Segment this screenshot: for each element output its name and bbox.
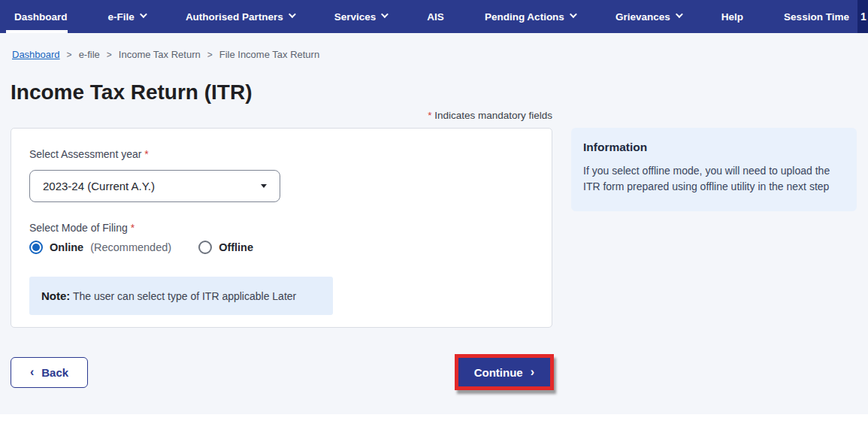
chevron-down-icon <box>570 11 577 18</box>
online-label: Online <box>50 241 83 253</box>
dropdown-caret-icon <box>261 184 267 188</box>
breadcrumb-e-file[interactable]: e-file <box>79 49 100 60</box>
required-asterisk: * <box>144 148 148 160</box>
note-prefix: Note: <box>41 289 70 302</box>
breadcrumb-separator: > <box>107 50 112 60</box>
assessment-year-value: 2023-24 (Current A.Y.) <box>43 180 155 192</box>
nav-item-label: AIS <box>427 11 444 23</box>
breadcrumb-file-income-tax-return: File Income Tax Return <box>219 49 319 60</box>
assessment-year-label: Select Assessment year * <box>29 148 534 160</box>
radio-offline[interactable]: Offline <box>198 241 253 254</box>
note-text: The user can select type of ITR applicab… <box>73 290 296 302</box>
required-asterisk: * <box>131 222 135 234</box>
offline-label: Offline <box>219 241 253 253</box>
nav-item-label: Help <box>721 11 743 23</box>
chevron-right-icon: › <box>531 366 534 378</box>
mode-of-filing-label: Select Mode of Filing * <box>29 222 534 234</box>
nav-item-label: Pending Actions <box>485 11 564 23</box>
page-title: Income Tax Return (ITR) <box>11 80 868 104</box>
information-body: If you select offline mode, you will nee… <box>583 163 845 195</box>
chevron-down-icon <box>140 11 147 18</box>
back-button-label: Back <box>41 366 68 379</box>
back-button[interactable]: ‹ Back <box>11 357 88 388</box>
bottom-strip <box>0 414 868 424</box>
breadcrumb: Dashboard > e-file > Income Tax Return >… <box>0 33 868 60</box>
chevron-down-icon <box>381 11 389 18</box>
mandatory-hint-text: Indicates mandatory fields <box>434 110 552 121</box>
breadcrumb-dashboard[interactable]: Dashboard <box>12 49 60 60</box>
session-time: Session Time 1 <box>784 0 868 33</box>
nav-item-label: Dashboard <box>14 11 68 23</box>
radio-online[interactable]: Online (Recommended) <box>29 241 171 254</box>
nav-item-label: Authorised Partners <box>186 11 283 23</box>
nav-item-label: e-File <box>108 11 135 23</box>
session-time-label: Session Time <box>784 11 849 23</box>
active-tab-indicator <box>6 30 68 33</box>
mandatory-fields-hint: * Indicates mandatory fields <box>11 110 552 121</box>
nav-item-help[interactable]: Help <box>721 0 743 33</box>
note-box: Note: The user can select type of ITR ap… <box>29 277 333 315</box>
continue-highlight-box: Continue › <box>455 354 554 390</box>
mode-of-filing-label-text: Select Mode of Filing <box>29 222 128 234</box>
nav-item-dashboard[interactable]: Dashboard <box>14 0 68 33</box>
nav-item-pending-actions[interactable]: Pending Actions <box>485 0 575 33</box>
continue-button[interactable]: Continue › <box>458 358 550 386</box>
nav-item-label: Services <box>334 11 377 23</box>
radio-unselected-icon <box>198 241 212 254</box>
top-navbar: Dashboard e-File Authorised Partners Ser… <box>0 0 868 33</box>
chevron-down-icon <box>289 11 296 18</box>
information-title: Information <box>583 141 845 154</box>
assessment-year-label-text: Select Assessment year <box>29 148 141 160</box>
radio-selected-icon <box>29 241 43 254</box>
breadcrumb-separator: > <box>67 50 72 60</box>
online-suffix: (Recommended) <box>90 241 171 253</box>
content-row: Select Assessment year * 2023-24 (Curren… <box>11 128 868 328</box>
session-timer-value: 1 <box>860 11 866 23</box>
nav-item-authorised-partners[interactable]: Authorised Partners <box>186 0 294 33</box>
footer-actions: ‹ Back Continue › <box>11 354 554 390</box>
required-asterisk: * <box>428 110 431 121</box>
nav-item-grievances[interactable]: Grievances <box>615 0 681 33</box>
nav-items: Dashboard e-File Authorised Partners Ser… <box>0 0 868 33</box>
continue-button-label: Continue <box>474 366 523 379</box>
information-panel: Information If you select offline mode, … <box>571 128 857 211</box>
breadcrumb-income-tax-return[interactable]: Income Tax Return <box>119 49 201 60</box>
chevron-down-icon <box>676 11 683 18</box>
nav-item-services[interactable]: Services <box>334 0 387 33</box>
assessment-year-select[interactable]: 2023-24 (Current A.Y.) <box>29 170 280 202</box>
mode-of-filing-options: Online (Recommended) Offline <box>29 241 534 254</box>
nav-item-e-file[interactable]: e-File <box>108 0 145 33</box>
nav-item-ais[interactable]: AIS <box>427 0 444 33</box>
breadcrumb-separator: > <box>207 50 213 60</box>
session-timer: 1 <box>857 0 868 33</box>
filing-form-card: Select Assessment year * 2023-24 (Curren… <box>11 128 552 328</box>
nav-item-label: Grievances <box>615 11 670 23</box>
chevron-left-icon: ‹ <box>30 366 34 378</box>
